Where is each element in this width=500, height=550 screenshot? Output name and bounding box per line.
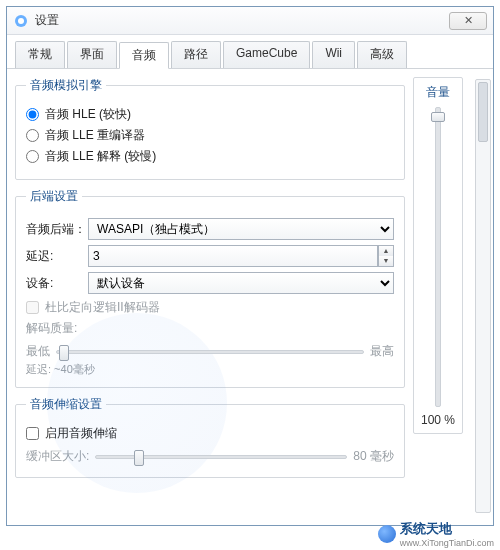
radio-hle[interactable] [26, 108, 39, 121]
watermark: 系统天地 www.XiTongTianDi.com [378, 520, 494, 548]
close-icon: ✕ [464, 14, 473, 27]
radio-lle-interpreter-row[interactable]: 音频 LLE 解释 (较慢) [26, 148, 394, 165]
latency-spin-up[interactable]: ▲ [379, 246, 393, 256]
enable-stretch-label: 启用音频伸缩 [45, 425, 117, 442]
radio-lle-interpreter-label: 音频 LLE 解释 (较慢) [45, 148, 156, 165]
titlebar: 设置 ✕ [7, 7, 493, 35]
backend-select[interactable]: WASAPI（独占模式） [88, 218, 394, 240]
tab-bar: 常规 界面 音频 路径 GameCube Wii 高级 [7, 35, 493, 69]
group-audio-engine: 音频模拟引擎 音频 HLE (较快) 音频 LLE 重编译器 音频 LLE 解释… [15, 77, 405, 180]
tab-wii[interactable]: Wii [312, 41, 355, 68]
dolby-label: 杜比定向逻辑II解码器 [45, 299, 160, 316]
quality-min-label: 最低 [26, 343, 50, 360]
buffer-value: 80 毫秒 [353, 448, 394, 465]
latency-label: 延迟: [26, 248, 88, 265]
watermark-logo [378, 525, 396, 543]
volume-slider-thumb[interactable] [431, 112, 445, 122]
buffer-label: 缓冲区大小: [26, 448, 89, 465]
radio-lle-recompiler[interactable] [26, 129, 39, 142]
tab-general[interactable]: 常规 [15, 41, 65, 68]
app-icon [13, 13, 29, 29]
enable-stretch-checkbox[interactable] [26, 427, 39, 440]
volume-legend: 音量 [418, 84, 458, 101]
volume-slider[interactable] [435, 107, 441, 407]
watermark-url: www.XiTongTianDi.com [400, 538, 494, 548]
radio-hle-label: 音频 HLE (较快) [45, 106, 131, 123]
group-backend: 后端设置 音频后端： WASAPI（独占模式） 延迟: ▲ ▼ [15, 188, 405, 388]
decode-quality-label: 解码质量: [26, 320, 394, 337]
latency-note: 延迟: ~40毫秒 [26, 362, 394, 377]
buffer-slider-thumb [134, 450, 144, 466]
dolby-row: 杜比定向逻辑II解码器 [26, 299, 394, 316]
radio-hle-row[interactable]: 音频 HLE (较快) [26, 106, 394, 123]
dolby-checkbox [26, 301, 39, 314]
device-select[interactable]: 默认设备 [88, 272, 394, 294]
radio-lle-recompiler-label: 音频 LLE 重编译器 [45, 127, 145, 144]
tab-paths[interactable]: 路径 [171, 41, 221, 68]
close-button[interactable]: ✕ [449, 12, 487, 30]
stretch-legend: 音频伸缩设置 [26, 396, 106, 413]
radio-lle-recompiler-row[interactable]: 音频 LLE 重编译器 [26, 127, 394, 144]
tab-content: 音频模拟引擎 音频 HLE (较快) 音频 LLE 重编译器 音频 LLE 解释… [7, 69, 493, 523]
scrollbar-thumb[interactable] [478, 82, 488, 142]
buffer-slider [95, 455, 347, 459]
group-volume: 音量 100 % [413, 77, 463, 434]
device-label: 设备: [26, 275, 88, 292]
tab-interface[interactable]: 界面 [67, 41, 117, 68]
watermark-brand: 系统天地 [400, 520, 494, 538]
quality-max-label: 最高 [370, 343, 394, 360]
volume-value: 100 % [418, 413, 458, 427]
quality-slider [56, 350, 364, 354]
tab-audio[interactable]: 音频 [119, 42, 169, 69]
tab-gamecube[interactable]: GameCube [223, 41, 310, 68]
window-title: 设置 [35, 12, 449, 29]
content-scrollbar[interactable] [475, 79, 491, 513]
quality-slider-thumb [59, 345, 69, 361]
tab-advanced[interactable]: 高级 [357, 41, 407, 68]
backend-legend: 后端设置 [26, 188, 82, 205]
audio-engine-legend: 音频模拟引擎 [26, 77, 106, 94]
enable-stretch-row[interactable]: 启用音频伸缩 [26, 425, 394, 442]
settings-window: 设置 ✕ 常规 界面 音频 路径 GameCube Wii 高级 音频模拟引擎 … [6, 6, 494, 526]
backend-label: 音频后端： [26, 221, 88, 238]
latency-spin-down[interactable]: ▼ [379, 256, 393, 266]
group-stretch: 音频伸缩设置 启用音频伸缩 缓冲区大小: 80 毫秒 [15, 396, 405, 478]
radio-lle-interpreter[interactable] [26, 150, 39, 163]
svg-point-1 [18, 18, 24, 24]
latency-input[interactable] [88, 245, 378, 267]
